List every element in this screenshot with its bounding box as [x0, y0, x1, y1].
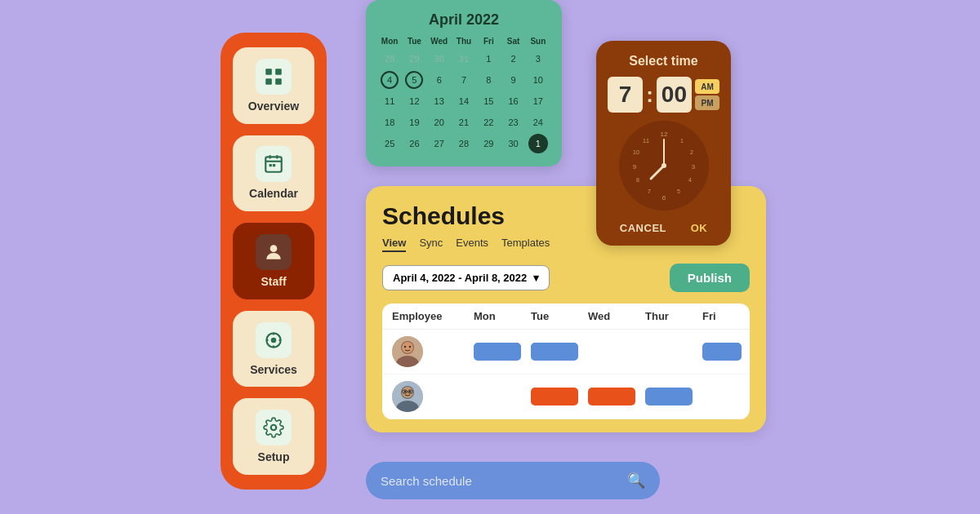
calendar-widget: April 2022 Mon Tue Wed Thu Fri Sat Sun 2… — [366, 0, 562, 166]
shift-2-tue — [531, 388, 588, 405]
cal-cell[interactable]: 7 — [454, 70, 474, 90]
tab-templates[interactable]: Templates — [501, 237, 550, 252]
calendar-title: April 2022 — [377, 11, 550, 29]
am-button[interactable]: AM — [695, 79, 719, 94]
time-picker-title: Select time — [608, 54, 719, 69]
time-hour[interactable]: 7 — [608, 77, 643, 113]
svg-point-13 — [271, 425, 277, 431]
svg-text:11: 11 — [643, 138, 649, 144]
cal-cell[interactable]: 12 — [404, 91, 424, 111]
svg-text:8: 8 — [636, 177, 639, 183]
cal-cell[interactable]: 14 — [454, 91, 474, 111]
cal-cell[interactable]: 31 — [454, 49, 474, 69]
svg-point-34 — [402, 342, 413, 353]
staff-icon — [256, 234, 292, 270]
col-tue: Tue — [531, 310, 588, 322]
search-input[interactable] — [381, 474, 619, 488]
cal-day-wed: Wed — [427, 37, 452, 46]
shift-1-tue — [531, 343, 588, 361]
sidebar-services-label: Services — [250, 363, 297, 376]
sidebar-item-staff[interactable]: Staff — [233, 223, 314, 299]
col-mon: Mon — [474, 310, 531, 322]
cal-cell[interactable]: 30 — [430, 49, 449, 69]
svg-rect-3 — [275, 78, 282, 85]
time-colon: : — [646, 82, 653, 108]
shift-2-wed — [588, 388, 645, 405]
cal-day-sat: Sat — [501, 37, 525, 46]
cal-cell[interactable]: 10 — [528, 70, 548, 90]
cal-cell[interactable]: 27 — [430, 134, 449, 153]
services-icon — [256, 322, 292, 358]
sidebar-item-calendar[interactable]: Calendar — [233, 135, 314, 212]
sidebar-item-services[interactable]: Services — [233, 311, 314, 388]
svg-text:7: 7 — [648, 188, 651, 194]
svg-text:5: 5 — [677, 188, 680, 194]
col-employee: Employee — [392, 310, 474, 322]
table-header: Employee Mon Tue Wed Thur Fri — [382, 304, 750, 330]
svg-point-35 — [404, 346, 406, 348]
tab-view[interactable]: View — [382, 237, 406, 252]
pm-button[interactable]: PM — [695, 95, 719, 110]
cal-cell[interactable]: 19 — [404, 113, 424, 132]
cal-cell[interactable]: 28 — [380, 49, 399, 69]
time-picker: Select time 7 : 00 AM PM 12 3 6 9 1 2 4 … — [596, 41, 731, 246]
cal-cell[interactable]: 22 — [479, 113, 498, 132]
cal-cell[interactable]: 13 — [430, 91, 449, 111]
cal-cell[interactable]: 2 — [504, 49, 523, 69]
cancel-time-button[interactable]: CANCEL — [620, 222, 666, 234]
cal-cell[interactable]: 25 — [380, 134, 399, 153]
svg-rect-8 — [270, 164, 272, 166]
svg-point-41 — [404, 391, 406, 392]
tab-events[interactable]: Events — [456, 237, 488, 252]
clock-face[interactable]: 12 3 6 9 1 2 4 5 7 8 10 11 — [619, 121, 709, 210]
cal-cell[interactable]: 29 — [479, 134, 498, 153]
cal-cell[interactable]: 23 — [504, 113, 523, 132]
svg-text:12: 12 — [660, 131, 667, 138]
sidebar-item-overview[interactable]: Overview — [233, 47, 314, 124]
sidebar-item-setup[interactable]: Setup — [233, 398, 314, 475]
cal-cell[interactable]: 6 — [430, 70, 449, 90]
cal-cell[interactable]: 20 — [430, 113, 449, 132]
tab-sync[interactable]: Sync — [419, 237, 443, 252]
cal-cell[interactable]: 21 — [454, 113, 474, 132]
svg-text:9: 9 — [632, 163, 636, 171]
schedule-table: Employee Mon Tue Wed Thur Fri — [382, 304, 750, 419]
cal-cell[interactable]: 30 — [504, 134, 523, 153]
cal-cell[interactable]: 1 — [479, 49, 498, 69]
cal-cell[interactable]: 15 — [479, 91, 498, 111]
cal-cell[interactable]: 29 — [404, 49, 424, 69]
cal-cell[interactable]: 16 — [504, 91, 523, 111]
cal-cell[interactable]: 8 — [479, 70, 498, 90]
search-icon[interactable]: 🔍 — [627, 472, 645, 490]
cal-day-sun: Sun — [526, 37, 550, 46]
svg-text:10: 10 — [633, 149, 639, 155]
cal-cell[interactable]: 5 — [405, 71, 423, 89]
time-minutes[interactable]: 00 — [657, 77, 692, 113]
cal-cell[interactable]: 28 — [454, 134, 474, 153]
sidebar-setup-label: Setup — [258, 450, 290, 463]
cal-cell[interactable]: 4 — [381, 71, 399, 89]
publish-button[interactable]: Publish — [670, 264, 750, 292]
cal-cell[interactable]: 26 — [404, 134, 424, 153]
svg-text:3: 3 — [691, 163, 695, 171]
date-range-text: April 4, 2022 - April 8, 2022 — [393, 272, 527, 284]
col-thur: Thur — [645, 310, 702, 322]
svg-point-30 — [662, 164, 666, 167]
cal-cell[interactable]: 1 — [528, 134, 548, 153]
cal-cell[interactable]: 17 — [528, 91, 548, 111]
cal-cell[interactable]: 9 — [504, 70, 523, 90]
calendar-week-2: 4 5 6 7 8 9 10 — [377, 70, 550, 90]
sidebar-calendar-label: Calendar — [249, 187, 298, 200]
sidebar: Overview Calendar Staff — [220, 33, 327, 490]
date-range-selector[interactable]: April 4, 2022 - April 8, 2022 ▾ — [382, 265, 550, 290]
avatar-2 — [392, 381, 423, 412]
cal-cell[interactable]: 18 — [380, 113, 399, 132]
time-actions: CANCEL OK — [608, 219, 719, 234]
svg-rect-2 — [265, 78, 272, 85]
cal-cell[interactable]: 24 — [528, 113, 548, 132]
svg-point-10 — [270, 245, 278, 252]
calendar-week-5: 25 26 27 28 29 30 1 — [377, 134, 550, 153]
cal-cell[interactable]: 3 — [528, 49, 548, 69]
cal-cell[interactable]: 11 — [380, 91, 399, 111]
ok-time-button[interactable]: OK — [691, 222, 708, 234]
